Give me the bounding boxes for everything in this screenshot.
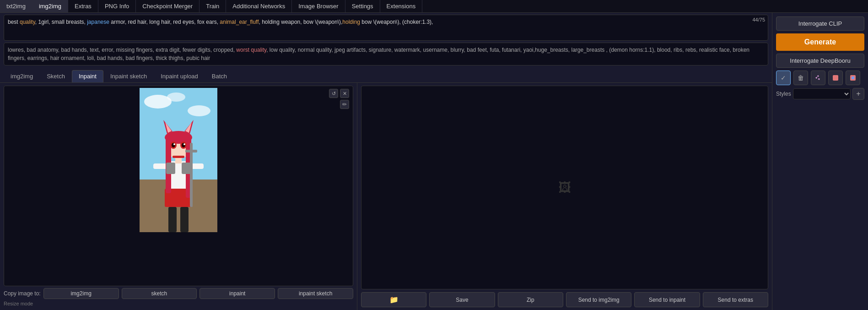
tab-batch[interactable]: Batch: [205, 70, 234, 82]
negative-prompt-text[interactable]: lowres, bad anatomy, bad hands, text, er…: [4, 43, 768, 65]
styles-row: Styles +: [776, 88, 864, 100]
styles-select[interactable]: [793, 88, 851, 99]
prompt-counter: 44/75: [752, 17, 765, 22]
output-image-box: 🖼: [361, 86, 768, 289]
icon-buttons-row: ✓ 🗑: [776, 71, 864, 85]
svg-rect-24: [173, 156, 184, 158]
black-square-icon-btn[interactable]: [828, 71, 843, 85]
nav-item-train[interactable]: Train: [199, 0, 226, 12]
interrogate-deepbooru-btn[interactable]: Interrogate DeepBooru: [776, 54, 864, 68]
tab-inpaint-upload[interactable]: Inpaint upload: [154, 70, 205, 82]
svg-point-3: [188, 105, 210, 116]
left-panel: 44/75 best quality, 1girl, small breasts…: [0, 13, 772, 310]
nav-item-settings[interactable]: Settings: [345, 0, 380, 12]
canvas-box[interactable]: ↺ ✕ ✏: [4, 86, 353, 286]
nav-item-txt2img[interactable]: txt2img: [0, 0, 32, 12]
svg-rect-7: [153, 163, 167, 169]
tab-sketch[interactable]: Sketch: [40, 70, 72, 82]
recycle-icon-btn[interactable]: [811, 71, 825, 85]
canvas-controls: ↺ ✕: [329, 89, 349, 98]
canvas-area: ↺ ✕ ✏: [0, 83, 357, 310]
generate-btn[interactable]: Generate: [776, 33, 864, 51]
output-send-img2img-btn[interactable]: Send to img2img: [566, 292, 631, 307]
svg-rect-29: [166, 163, 175, 174]
nav-item-extras[interactable]: Extras: [68, 0, 98, 12]
svg-point-4: [167, 92, 185, 102]
styles-label: Styles: [776, 91, 791, 97]
svg-rect-31: [833, 75, 838, 81]
canvas-brush-btn[interactable]: ✏: [340, 100, 349, 109]
copy-to-sketch-btn[interactable]: sketch: [122, 288, 197, 299]
styles-add-btn[interactable]: +: [852, 88, 864, 100]
prompt-section: 44/75 best quality, 1girl, small breasts…: [0, 13, 772, 67]
resize-mode-label: Resize mode: [4, 300, 353, 307]
interrogate-clip-btn[interactable]: Interrogate CLIP: [776, 16, 864, 31]
svg-rect-27: [168, 207, 177, 232]
positive-prompt-box: 44/75 best quality, 1girl, small breasts…: [4, 15, 768, 41]
copy-label: Copy image to:: [4, 290, 41, 297]
copy-to-inpaint-sketch-btn[interactable]: inpaint sketch: [278, 288, 353, 299]
top-nav: txt2img img2img Extras PNG Info Checkpoi…: [0, 0, 868, 13]
svg-rect-26: [185, 150, 197, 152]
copy-to-inpaint-btn[interactable]: inpaint: [199, 288, 275, 299]
tab-inpaint-sketch[interactable]: Inpaint sketch: [103, 70, 154, 82]
tab-inpaint[interactable]: Inpaint: [72, 70, 103, 82]
nav-item-extensions[interactable]: Extensions: [380, 0, 423, 12]
nav-item-additional-networks[interactable]: Additional Networks: [226, 0, 292, 12]
nav-item-image-browser[interactable]: Image Browser: [292, 0, 345, 12]
output-actions: 📁 Save Zip Send to img2img Send to inpai…: [361, 289, 768, 307]
output-save-btn[interactable]: Save: [429, 292, 495, 307]
nav-item-png-info[interactable]: PNG Info: [98, 0, 136, 12]
svg-point-23: [183, 143, 185, 145]
copy-to-img2img-btn[interactable]: img2img: [43, 288, 119, 299]
mode-tabs: img2img Sketch Inpaint Inpaint sketch In…: [0, 67, 772, 83]
tab-img2img[interactable]: img2img: [4, 70, 40, 82]
trash-icon-btn[interactable]: 🗑: [793, 71, 808, 85]
output-zip-btn[interactable]: Zip: [498, 292, 563, 307]
svg-rect-30: [182, 163, 191, 174]
anime-image: [140, 88, 217, 232]
content-area: ↺ ✕ ✏: [0, 83, 772, 310]
svg-rect-28: [180, 207, 189, 232]
svg-rect-33: [852, 76, 854, 79]
output-area: 🖼 📁 Save Zip Send to img2img Send to inp…: [357, 83, 772, 310]
output-folder-btn[interactable]: 📁: [361, 292, 426, 307]
copy-image-to-row: Copy image to: img2img sketch inpaint in…: [4, 286, 353, 300]
output-send-inpaint-btn[interactable]: Send to inpaint: [634, 292, 700, 307]
white-square-icon-btn[interactable]: [846, 71, 860, 85]
canvas-close-btn[interactable]: ✕: [340, 89, 349, 98]
nav-item-checkpoint-merger[interactable]: Checkpoint Merger: [136, 0, 199, 12]
svg-point-22: [173, 143, 175, 145]
positive-prompt-text[interactable]: best quality, 1girl, small breasts, japa…: [4, 15, 768, 40]
check-icon-btn[interactable]: ✓: [776, 71, 791, 85]
canvas-reset-btn[interactable]: ↺: [329, 89, 338, 98]
right-panel: Interrogate CLIP Generate Interrogate De…: [772, 13, 868, 310]
output-placeholder-icon: 🖼: [558, 180, 571, 195]
nav-item-img2img[interactable]: img2img: [32, 0, 68, 12]
output-send-extras-btn[interactable]: Send to extras: [703, 292, 768, 307]
